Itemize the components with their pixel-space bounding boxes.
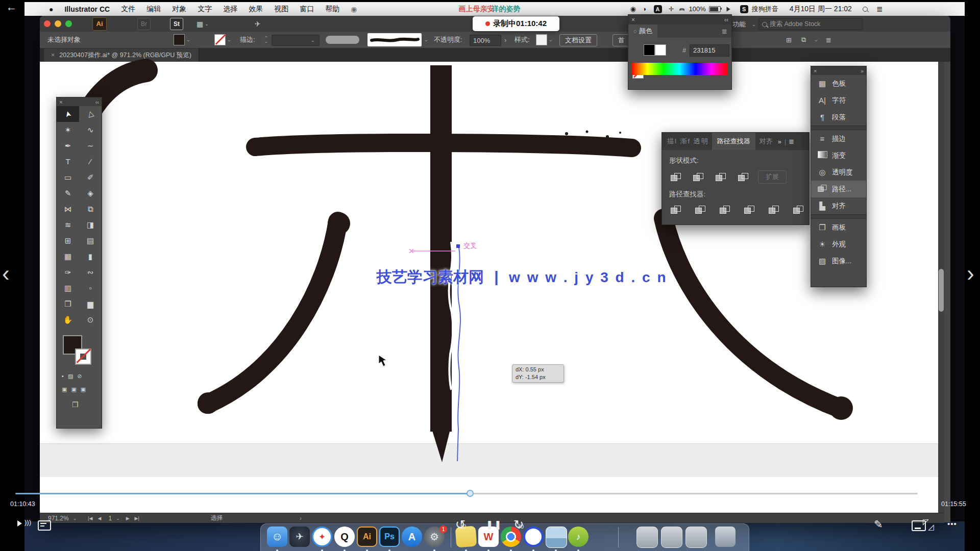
panel-item-align[interactable]: ▙对齐	[811, 197, 866, 214]
panel-item-character[interactable]: A|字符	[811, 92, 866, 109]
player-prev-button[interactable]: ‹	[2, 263, 10, 284]
vertical-scrollbar-thumb[interactable]	[939, 269, 944, 312]
more-options-button[interactable]: •••	[947, 519, 957, 528]
dock-qq-icon[interactable]: Q	[334, 527, 355, 547]
tab-close-icon[interactable]: ×	[51, 52, 55, 59]
color-collapse-icon[interactable]: ‹‹	[724, 16, 728, 23]
volume-menu-icon[interactable]	[726, 7, 732, 12]
tool-shape-builder[interactable]: ◨	[79, 217, 102, 233]
shape-mode-minus-front[interactable]	[691, 170, 706, 184]
dock-launchpad-icon[interactable]: ✈	[289, 527, 310, 547]
draw-behind-icon[interactable]: ▣	[71, 386, 76, 393]
next-artboard-icon[interactable]: ▶	[126, 516, 130, 521]
pathfinder-minus-back[interactable]	[791, 203, 806, 216]
color-gradient-icon[interactable]: ▨	[68, 373, 73, 380]
tool-symbol-sprayer[interactable]: ∾	[79, 264, 102, 280]
color-panel-menu-icon[interactable]: ≣	[722, 28, 727, 35]
tool-line[interactable]: ∕	[79, 154, 102, 169]
tile-caret-icon[interactable]: ⌄	[814, 32, 818, 48]
panel-item-artboards[interactable]: ❐画板	[811, 219, 866, 236]
menubar-clock[interactable]: 4月10日 周一 21:02	[790, 5, 852, 14]
dock-minimized-window-2[interactable]	[661, 527, 682, 548]
dock-expand-icon[interactable]: »	[861, 68, 864, 74]
apple-menu-icon[interactable]: ●	[49, 5, 53, 13]
fill-caret-icon[interactable]: ⌄	[186, 37, 190, 42]
document-tab[interactable]: × 20230407操作.ai* @ 971.2% (RGB/GPU 预览)	[44, 48, 199, 62]
first-artboard-icon[interactable]: |◀	[88, 516, 92, 521]
opacity-value[interactable]: 100%	[470, 35, 501, 46]
swatch-white[interactable]	[655, 44, 666, 56]
dock-photoshop-icon[interactable]: Ps	[379, 527, 400, 547]
color-spectrum-bar[interactable]	[631, 63, 727, 75]
swatch-black[interactable]	[644, 44, 655, 56]
player-next-button[interactable]: ›	[967, 263, 974, 284]
menu-view[interactable]: 视图	[274, 5, 288, 14]
zoom-level[interactable]: 971.2%	[48, 515, 69, 522]
tool-lasso[interactable]: ∿	[79, 122, 102, 138]
stroke-weight-dropdown[interactable]: ⌄	[272, 35, 320, 46]
dock-illustrator-icon[interactable]: Ai	[357, 527, 377, 547]
menu-select[interactable]: 选择	[223, 5, 237, 14]
panel-item-paragraph[interactable]: ¶段落	[811, 109, 866, 126]
tool-rectangle[interactable]: ▭	[57, 169, 79, 185]
panel-menu-icon[interactable]: ≣	[826, 32, 831, 48]
share-icon[interactable]: ✈	[255, 20, 261, 28]
color-tab[interactable]: ◇ 颜色	[628, 24, 657, 38]
tools-collapse-icon[interactable]: ‹‹	[95, 99, 99, 105]
player-back-button[interactable]: ←	[6, 1, 17, 13]
prev-artboard-icon[interactable]: ◀	[98, 516, 102, 521]
style-caret-icon[interactable]: ⌄	[549, 37, 553, 42]
tool-pen[interactable]: ✒	[57, 138, 79, 154]
dock-safari-icon[interactable]: ✦	[312, 527, 332, 547]
tool-zoom[interactable]: ⊙	[79, 312, 102, 328]
tab-align[interactable]: 对齐	[760, 137, 773, 146]
shrink-icon-b[interactable]: ◿	[928, 522, 934, 532]
volume-icon[interactable]	[17, 520, 25, 527]
tool-free-transform[interactable]: ⧉	[79, 201, 102, 217]
dock-blue-app-icon[interactable]	[523, 527, 544, 547]
stroke-caret-icon[interactable]: ⌄	[227, 37, 231, 42]
workspace-caret-icon[interactable]: ⌄	[752, 22, 756, 27]
menu-edit[interactable]: 编辑	[146, 5, 161, 14]
pathfinder-merge[interactable]	[717, 203, 732, 216]
wifi-icon[interactable]: (((	[679, 8, 685, 10]
pathfinder-crop[interactable]	[742, 203, 757, 216]
shape-mode-exclude[interactable]	[736, 170, 751, 184]
tool-eyedropper[interactable]: ✑	[57, 264, 79, 280]
tools-close-icon[interactable]: ×	[59, 99, 62, 105]
minimize-window-button[interactable]	[55, 20, 61, 27]
panel-item-appearance[interactable]: ☀外观	[811, 236, 866, 253]
color-fill-icon[interactable]: ▪	[62, 373, 64, 380]
tool-graph[interactable]: ▥	[57, 280, 79, 296]
app-menu-title[interactable]: Illustrator CC	[64, 5, 110, 13]
fill-color-swatch[interactable]	[174, 34, 185, 45]
style-swatch[interactable]	[536, 34, 547, 45]
tool-direct-selection[interactable]: ▷	[79, 106, 102, 122]
tool-graph-column[interactable]: ▆	[79, 296, 102, 312]
adobe-stock-search[interactable]: 搜索 Adobe Stock	[758, 18, 863, 30]
dock-appstore-icon[interactable]: A	[402, 527, 422, 547]
creative-cloud-icon[interactable]: ◉	[351, 5, 357, 13]
input-source-icon[interactable]: A	[654, 5, 662, 13]
tool-gradient[interactable]: ▦	[57, 248, 79, 264]
danmaku-toggle-icon[interactable]	[38, 520, 51, 531]
tool-curvature[interactable]: ∼	[79, 138, 102, 154]
control-center-icon[interactable]: ≣	[876, 5, 883, 14]
draw-inside-icon[interactable]: ▣	[81, 386, 86, 393]
close-window-button[interactable]	[44, 20, 51, 27]
dock-photos-icon[interactable]	[546, 527, 567, 548]
tool-pencil[interactable]: ✎	[57, 185, 79, 201]
tool-mesh[interactable]: ▤	[79, 233, 102, 248]
tile-documents-icon[interactable]: ⧉	[801, 32, 806, 48]
tool-rotate[interactable]: ⋈	[57, 201, 79, 217]
dock-music-icon[interactable]: ♪	[568, 527, 589, 547]
shape-mode-intersect[interactable]	[713, 170, 728, 184]
opacity-caret[interactable]: ›	[504, 32, 506, 48]
progress-bar-knob[interactable]	[467, 490, 474, 497]
dock-finder-icon[interactable]: ☺	[267, 527, 287, 547]
brush-caret-icon[interactable]: ⌄	[424, 32, 428, 48]
status-app-icon-2[interactable]: ◗	[643, 5, 647, 13]
status-right-caret[interactable]: ›	[300, 515, 302, 522]
tool-perspective-grid[interactable]: ⊞	[57, 233, 79, 248]
sogou-ime-icon[interactable]: S	[740, 5, 748, 13]
